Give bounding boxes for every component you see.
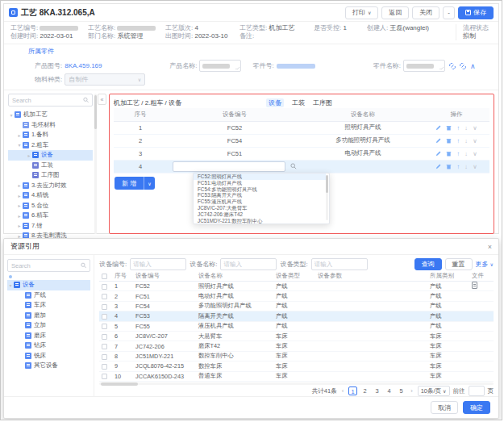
- more-icon[interactable]: ∨: [473, 150, 477, 157]
- tree-item[interactable]: ▸1.备料: [8, 130, 93, 140]
- page-number[interactable]: 4: [385, 386, 394, 395]
- more-icon[interactable]: ∨: [473, 137, 477, 144]
- print-button[interactable]: 打印∨: [345, 6, 378, 19]
- row-checkbox[interactable]: [102, 324, 107, 329]
- caret-down-icon[interactable]: ▾: [16, 142, 23, 148]
- collapse-panel-icon[interactable]: «: [98, 94, 106, 105]
- page-number[interactable]: 3: [373, 386, 381, 395]
- edit-icon[interactable]: [435, 150, 441, 157]
- part-no-link[interactable]: [277, 62, 373, 69]
- confirm-button[interactable]: 确定: [463, 401, 490, 414]
- tree-item[interactable]: 立加: [7, 320, 90, 331]
- material-type-select[interactable]: 自制件 ∨: [65, 73, 145, 86]
- horizontal-scrollbar[interactable]: [99, 382, 494, 385]
- move-down-icon[interactable]: ↓: [464, 163, 468, 170]
- table-row[interactable]: 8JC51MDY-221数控车削中心车床车床: [99, 351, 494, 361]
- move-down-icon[interactable]: ↓: [464, 150, 468, 157]
- table-row[interactable]: 2FC51电动灯具产线产线产线: [99, 291, 494, 301]
- page-number-current[interactable]: 1: [348, 386, 357, 395]
- filter-type-input[interactable]: [311, 258, 368, 270]
- equipment-code-input[interactable]: [173, 161, 285, 172]
- next-page-icon[interactable]: ›: [409, 387, 414, 395]
- filter-name-input[interactable]: [220, 258, 277, 270]
- row-checkbox[interactable]: [102, 374, 107, 379]
- tree-item-root[interactable]: ▾机加工艺: [8, 110, 93, 120]
- move-down-icon[interactable]: ↓: [464, 124, 468, 132]
- tree-item[interactable]: ▸5.合位: [8, 201, 93, 211]
- more-button[interactable]: 更多∨: [476, 260, 494, 269]
- row-checkbox[interactable]: [102, 364, 107, 370]
- delete-icon[interactable]: [446, 124, 452, 132]
- caret-down-icon[interactable]: ▾: [8, 112, 15, 118]
- select-all-checkbox[interactable]: [102, 274, 107, 279]
- back-button[interactable]: 返回: [381, 6, 409, 19]
- chevron-down-icon[interactable]: ∨: [144, 177, 154, 190]
- edit-icon[interactable]: [435, 163, 441, 170]
- tree-item[interactable]: 产线: [7, 290, 90, 301]
- tab-equipment[interactable]: 设备: [266, 98, 284, 107]
- dropdown-option[interactable]: FC55:液压机具产线: [194, 198, 326, 205]
- table-row-selected[interactable]: 4FC53隔离开关产线产线产线: [99, 311, 494, 321]
- caret-right-icon[interactable]: ▸: [16, 223, 23, 228]
- fold-up-icon[interactable]: ∧: [470, 62, 476, 70]
- dropdown-option[interactable]: FC51:电动灯具产线: [194, 180, 326, 186]
- tree-item[interactable]: 钻床: [7, 341, 90, 351]
- tree-scrollbar[interactable]: [94, 94, 97, 234]
- dialog-search-input[interactable]: [11, 262, 81, 269]
- query-button[interactable]: 查询: [414, 258, 442, 270]
- link-icon[interactable]: [449, 62, 456, 70]
- tab-drawing[interactable]: 工序图: [313, 98, 332, 107]
- part-name-field[interactable]: [403, 60, 445, 72]
- close-button[interactable]: 关闭: [412, 6, 439, 19]
- link-icon[interactable]: [460, 62, 466, 70]
- tree-item[interactable]: 磨加: [7, 311, 90, 321]
- dropdown-scrollbar[interactable]: [326, 175, 328, 220]
- tree-item-rough-turning[interactable]: ▾2.粗车: [8, 140, 93, 151]
- dropdown-option[interactable]: JC8V/C-207:大悬臂车: [194, 205, 326, 211]
- row-checkbox[interactable]: [102, 344, 107, 349]
- caret-right-icon[interactable]: ▸: [16, 213, 23, 219]
- tree-item[interactable]: ▸6.精车: [8, 211, 93, 221]
- tree-item[interactable]: 磨床: [7, 331, 90, 341]
- row-checkbox[interactable]: [102, 314, 107, 320]
- search-icon[interactable]: [290, 163, 297, 169]
- more-icon[interactable]: ∨: [473, 124, 477, 132]
- move-up-icon[interactable]: ↑: [457, 163, 460, 170]
- dropdown-option[interactable]: JC51MDY-221:数控车削中心: [194, 218, 326, 224]
- tree-item[interactable]: 其它设备: [7, 361, 90, 371]
- prev-page-icon[interactable]: ‹: [340, 387, 346, 395]
- table-row[interactable]: 2 FC54 多功能照明灯具产线 ↑ ↓ ∨: [114, 134, 489, 147]
- caret-right-icon[interactable]: ▸: [16, 193, 23, 198]
- row-checkbox[interactable]: [102, 304, 107, 310]
- tree-item[interactable]: ▸4.精铣: [8, 190, 93, 201]
- tree-item[interactable]: ▸7.钳: [8, 221, 93, 232]
- caret-right-icon[interactable]: ▸: [26, 153, 32, 158]
- table-row[interactable]: 1 FC52 照明灯具产线 ↑ ↓ ∨: [114, 121, 489, 134]
- dropdown-option[interactable]: FC52:照明灯具产线: [194, 173, 326, 180]
- page-number[interactable]: 2: [360, 386, 369, 395]
- row-checkbox[interactable]: [102, 354, 107, 360]
- edit-icon[interactable]: [435, 124, 441, 132]
- file-icon[interactable]: [472, 282, 477, 289]
- row-checkbox[interactable]: [102, 334, 107, 340]
- close-icon[interactable]: ×: [488, 243, 492, 251]
- delete-icon[interactable]: [446, 163, 452, 170]
- caret-right-icon[interactable]: ▸: [16, 203, 23, 208]
- table-row[interactable]: 9JCQL8076-42-215数控车床车床车床: [99, 361, 494, 371]
- caret-down-icon[interactable]: ▾: [7, 282, 14, 288]
- table-row[interactable]: 3 FC51 电动灯具产线 ↑ ↓ ∨: [114, 147, 489, 160]
- move-up-icon[interactable]: ↑: [457, 137, 460, 144]
- product-name-field[interactable]: [199, 60, 241, 72]
- product-no-link[interactable]: 8KA.459.169: [65, 62, 169, 69]
- tree-item-tooling[interactable]: 工装: [8, 161, 93, 171]
- table-row[interactable]: 5FC55液压机具产线产线产线: [99, 321, 494, 331]
- tree-item-drawing[interactable]: 工序图: [8, 170, 93, 181]
- tree-search-input[interactable]: [12, 97, 83, 104]
- add-button[interactable]: 新 增 ∨: [115, 177, 155, 190]
- caret-right-icon[interactable]: ▸: [16, 132, 23, 138]
- save-button[interactable]: 保存: [458, 6, 494, 19]
- delete-icon[interactable]: [446, 150, 452, 157]
- tree-item-equipment[interactable]: ▸设备: [8, 150, 93, 161]
- filter-code-input[interactable]: [130, 258, 186, 270]
- reset-button[interactable]: 重置: [445, 258, 473, 270]
